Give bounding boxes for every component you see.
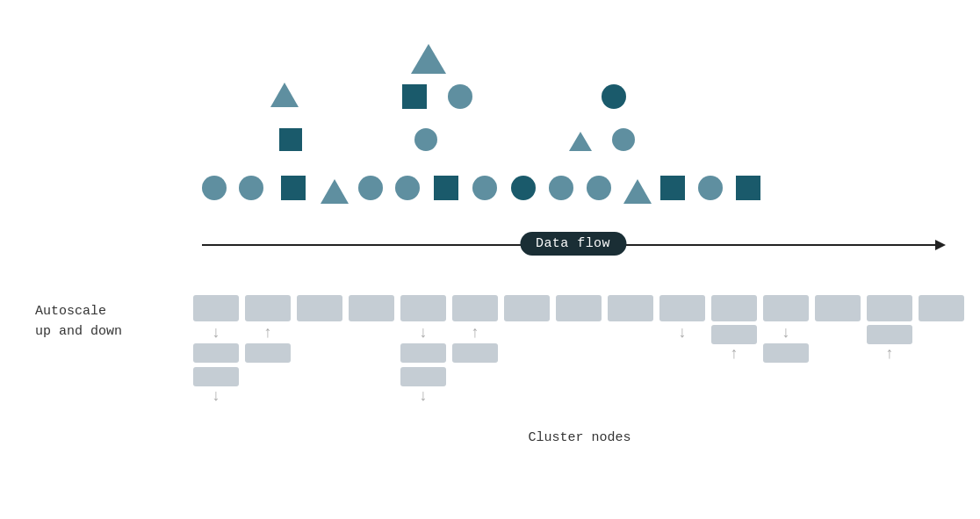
arrow-line: Data flow	[202, 244, 944, 246]
bottom-shape-4	[321, 179, 349, 204]
node-col-up3: ↑	[867, 325, 912, 362]
bottom-shape-6	[395, 176, 420, 200]
autoscale-label: Autoscale up and down	[35, 295, 193, 342]
triangle-top-center	[411, 44, 446, 74]
node-block	[711, 295, 757, 321]
autoscale-label-line2: up and down	[35, 322, 193, 342]
arrow-up-icon: ↑	[730, 346, 739, 362]
node-block	[659, 295, 705, 321]
node-block	[245, 295, 291, 321]
bottom-shape-13	[660, 176, 685, 200]
circle-row3-2	[612, 128, 635, 151]
nodes-area: ↓ ↓ ↑ ↓ ↓	[193, 295, 966, 445]
bottom-shape-14	[698, 176, 723, 200]
sub-node-block	[245, 343, 291, 363]
sub-node-block	[193, 343, 239, 363]
bottom-shape-2	[239, 176, 263, 200]
arrow-up-icon: ↑	[885, 346, 895, 362]
node-col-down4: ↓	[763, 325, 809, 363]
sub-node-block	[193, 367, 239, 386]
node-block	[919, 295, 964, 321]
triangle-row2-left	[270, 83, 299, 107]
node-block	[815, 295, 861, 321]
bottom-shape-1	[202, 176, 227, 200]
data-flow-badge: Data flow	[520, 232, 626, 256]
node-col-down3: ↓	[659, 325, 705, 341]
bottom-shape-10	[549, 176, 573, 200]
node-block	[504, 295, 550, 321]
sub-node-block	[400, 367, 446, 386]
node-col-down2: ↓ ↓	[400, 325, 446, 404]
circle-row2-center	[448, 84, 472, 109]
diagram-area: Data flow Autoscale up and down	[0, 0, 980, 519]
sub-node-block	[763, 343, 809, 363]
node-block	[400, 295, 446, 321]
bottom-shape-11	[587, 176, 611, 200]
node-block	[608, 295, 653, 321]
arrow-down-icon: ↓	[782, 325, 791, 341]
cluster-nodes-label: Cluster nodes	[193, 430, 966, 445]
node-block	[867, 295, 912, 321]
bottom-shape-3	[281, 176, 306, 200]
node-block	[297, 295, 342, 321]
node-col-mixed1: ↑	[711, 325, 757, 362]
shapes-section	[202, 44, 940, 220]
arrow-up-icon: ↑	[263, 325, 273, 341]
node-block	[452, 295, 498, 321]
arrow-down-icon: ↓	[419, 325, 429, 341]
arrow-down-icon: ↓	[212, 388, 221, 404]
node-col-up1: ↑	[245, 325, 291, 363]
node-block	[556, 295, 602, 321]
circle-row3-1	[414, 128, 437, 151]
data-flow-label: Data flow	[536, 236, 610, 251]
arrow-up-icon: ↑	[471, 325, 480, 341]
autoscale-section: Autoscale up and down	[35, 295, 966, 445]
bottom-shape-9	[511, 176, 536, 200]
node-col-up2: ↑	[452, 325, 498, 363]
sub-node-block	[867, 325, 912, 344]
sub-nodes-row: ↓ ↓ ↑ ↓ ↓	[193, 325, 966, 404]
arrow-down-icon: ↓	[678, 325, 688, 341]
node-block	[193, 295, 239, 321]
sub-node-block	[711, 325, 757, 344]
bottom-shape-5	[358, 176, 383, 200]
top-nodes-row	[193, 295, 966, 321]
bottom-shape-8	[472, 176, 497, 200]
square-row2-center	[402, 84, 427, 109]
bottom-shape-15	[736, 176, 760, 200]
arrow-head	[935, 240, 946, 250]
triangle-row3-1	[569, 132, 592, 151]
arrow-down-icon: ↓	[419, 388, 429, 404]
circle-row2-right1	[602, 84, 626, 109]
sub-node-block	[452, 343, 498, 363]
node-block	[763, 295, 809, 321]
square-row3-1	[279, 128, 302, 151]
bottom-shape-12	[623, 179, 652, 204]
sub-node-block	[400, 343, 446, 363]
arrow-down-icon: ↓	[212, 325, 221, 341]
node-block	[349, 295, 394, 321]
autoscale-label-line1: Autoscale	[35, 302, 193, 322]
node-col-down1: ↓ ↓	[193, 325, 239, 404]
bottom-shape-7	[434, 176, 458, 200]
